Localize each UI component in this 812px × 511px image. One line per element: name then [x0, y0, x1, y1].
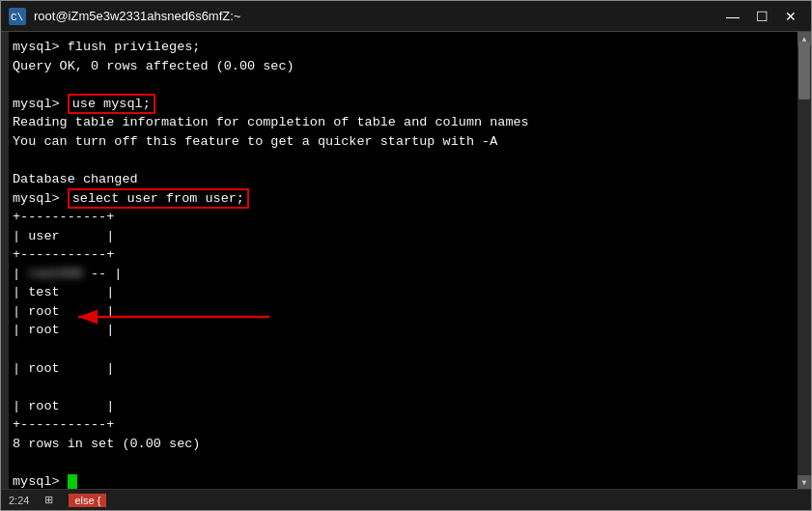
use-mysql-command: use mysql; — [68, 94, 155, 114]
terminal-line — [13, 75, 792, 95]
terminal-line: mysql> flush privileges; — [13, 38, 792, 57]
terminal-line: +-----------+ — [13, 415, 792, 435]
terminal-line: You can turn off this feature to get a q… — [13, 132, 792, 152]
svg-text:C\: C\ — [11, 12, 23, 23]
scroll-thumb[interactable] — [798, 42, 810, 99]
terminal-line: | root | — [13, 359, 792, 379]
terminal-line: | user | — [13, 227, 792, 246]
terminal-line — [13, 453, 792, 472]
terminal-line: 8 rows in set (0.00 sec) — [13, 435, 792, 454]
terminal-line: Query OK, 0 rows affected (0.00 sec) — [13, 57, 792, 76]
terminal-line: +-----------+ — [13, 208, 792, 227]
scroll-down-arrow[interactable]: ▼ — [798, 475, 811, 489]
scrollbar-left[interactable] — [1, 32, 9, 489]
status-bar: 2:24 ⊞ else { — [1, 489, 811, 510]
censored-user: rootXXX — [28, 265, 83, 284]
terminal-line-censored: | rootXXX -- | — [13, 265, 792, 284]
scrollbar-right[interactable]: ▲ ▼ — [798, 32, 811, 489]
maximize-button[interactable]: ☐ — [749, 6, 774, 27]
terminal-prompt-line: mysql> — [13, 472, 792, 489]
window-title: root@iZm5e3w2331ahsned6s6mfZ:~ — [34, 9, 720, 23]
terminal-line-test: | test | — [13, 283, 792, 302]
status-icon: ⊞ — [44, 494, 53, 506]
terminal-line — [13, 151, 792, 170]
terminal-window: C\ root@iZm5e3w2331ahsned6s6mfZ:~ — ☐ ✕ … — [0, 0, 812, 511]
terminal-body[interactable]: mysql> flush privileges; Query OK, 0 row… — [9, 32, 798, 489]
terminal-line: | root | — [13, 302, 792, 322]
select-user-command: select user from user; — [68, 188, 249, 209]
status-code: else { — [69, 494, 106, 507]
status-position: 2:24 — [9, 495, 29, 506]
terminal-icon: C\ — [9, 8, 26, 25]
window-controls: — ☐ ✕ — [720, 6, 803, 27]
terminal-line — [13, 378, 792, 397]
terminal-cursor — [68, 474, 77, 489]
terminal-line-select-user: mysql> select user from user; — [13, 189, 792, 209]
terminal-line: +-----------+ — [13, 245, 792, 265]
terminal-line: | root | — [13, 321, 792, 340]
terminal-line: | root | — [13, 397, 792, 416]
terminal-line: Database changed — [13, 170, 792, 189]
terminal-line — [13, 340, 792, 359]
titlebar: C\ root@iZm5e3w2331ahsned6s6mfZ:~ — ☐ ✕ — [1, 1, 811, 32]
terminal-line: Reading table information for completion… — [13, 113, 792, 132]
close-button[interactable]: ✕ — [778, 6, 803, 27]
terminal-container: mysql> flush privileges; Query OK, 0 row… — [1, 32, 811, 489]
terminal-line-use-mysql: mysql> use mysql; — [13, 95, 792, 114]
minimize-button[interactable]: — — [720, 6, 745, 27]
